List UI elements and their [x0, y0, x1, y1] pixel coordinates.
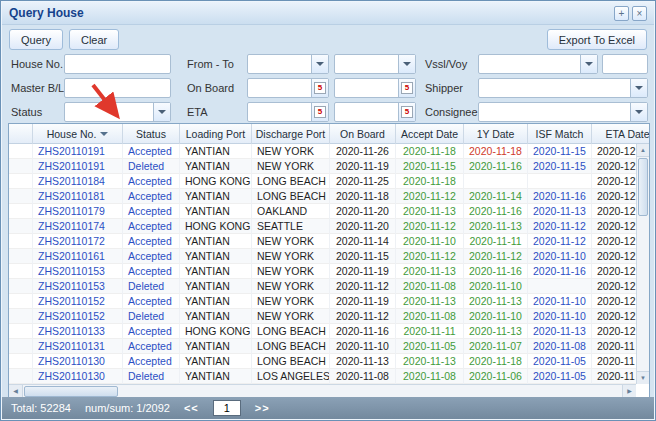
grid-row[interactable]: ZHS20110133AcceptedHONG KONGLONG BEACH20… — [9, 324, 650, 339]
eta-to-datefield[interactable]: 5 — [334, 102, 416, 122]
shipper-combo[interactable] — [478, 78, 648, 98]
cell-y1-date: 2020-11-13 — [464, 219, 528, 234]
grid-row[interactable]: ZHS20110152AcceptedYANTIANNEW YORK2020-1… — [9, 294, 650, 309]
column-header-rownum[interactable] — [9, 124, 33, 144]
cell-isf-match: 2020-11-08 — [528, 339, 592, 354]
sort-desc-icon — [100, 132, 108, 136]
prev-page-button[interactable]: << — [184, 402, 199, 414]
cell-on-board: 2020-11-10 — [330, 339, 396, 354]
cell-accept-date: 2020-11-15 — [396, 159, 464, 174]
window-titlebar[interactable]: Query House + × — [2, 2, 654, 25]
chevron-down-icon[interactable] — [580, 55, 597, 73]
calendar-icon[interactable]: 5 — [398, 79, 415, 97]
grid-row[interactable]: ZHS20110191DeletedYANTIANNEW YORK2020-11… — [9, 159, 650, 174]
next-page-button[interactable]: >> — [255, 402, 270, 414]
voyage-input[interactable] — [602, 54, 648, 74]
column-header-label: On Board — [340, 128, 385, 140]
cell-y1-date: 2020-11-16 — [464, 159, 528, 174]
cell-isf-match: 2020-11-05 — [528, 354, 592, 369]
vertical-scroll-thumb[interactable] — [638, 158, 648, 216]
cell-y1-date: 2020-11-07 — [464, 339, 528, 354]
horizontal-scrollbar[interactable]: ◀ ▶ — [9, 384, 636, 398]
status-label: Status — [11, 106, 42, 118]
eta-from-datefield[interactable]: 5 — [247, 102, 329, 122]
on-board-to-datefield[interactable]: 5 — [334, 78, 416, 98]
column-header-label: Loading Port — [186, 128, 246, 140]
column-header-y1-date[interactable]: 1Y Date — [464, 124, 528, 144]
grid-row[interactable]: ZHS20110152DeletedYANTIANNEW YORK2020-11… — [9, 309, 650, 324]
master-bl-input[interactable] — [64, 78, 171, 98]
house-no-input[interactable] — [64, 54, 171, 74]
grid-row[interactable]: ZHS20110184AcceptedHONG KONGLONG BEACH20… — [9, 174, 650, 189]
cell-accept-date: 2020-11-08 — [396, 309, 464, 324]
column-header-discharge-port[interactable]: Discharge Port — [252, 124, 330, 144]
grid-row[interactable]: ZHS20110191AcceptedYANTIANNEW YORK2020-1… — [9, 144, 650, 159]
to-combo[interactable] — [334, 54, 416, 74]
cell-house-no: ZHS20110184 — [33, 174, 123, 189]
status-combo[interactable] — [64, 102, 171, 122]
column-header-eta-date[interactable]: ETA Date — [592, 124, 650, 144]
grid-row[interactable]: ZHS20110181AcceptedYANTIANLONG BEACH2020… — [9, 189, 650, 204]
clear-button[interactable]: Clear — [69, 29, 119, 50]
cell-rownum — [9, 339, 33, 354]
from-combo[interactable] — [247, 54, 329, 74]
grid-row[interactable]: ZHS20110172AcceptedYANTIANNEW YORK2020-1… — [9, 234, 650, 249]
cell-status: Accepted — [123, 249, 180, 264]
column-header-house-no[interactable]: House No. — [33, 124, 123, 144]
grid-row[interactable]: ZHS20110153AcceptedYANTIANNEW YORK2020-1… — [9, 264, 650, 279]
cell-y1-date: 2020-11-18 — [464, 144, 528, 159]
chevron-down-icon[interactable] — [630, 103, 647, 121]
cell-accept-date: 2020-11-18 — [396, 174, 464, 189]
grid-row[interactable]: ZHS20110153DeletedYANTIANNEW YORK2020-11… — [9, 279, 650, 294]
consignee-combo[interactable] — [478, 102, 648, 122]
cell-on-board: 2020-11-19 — [330, 264, 396, 279]
cell-rownum — [9, 354, 33, 369]
scroll-down-icon[interactable]: ▼ — [637, 371, 649, 384]
cell-on-board: 2020-11-12 — [330, 309, 396, 324]
grid-row[interactable]: ZHS20110130DeletedYANTIANLOS ANGELES2020… — [9, 369, 650, 384]
chevron-down-icon[interactable] — [398, 55, 415, 73]
house-no-label: House No. — [11, 58, 63, 70]
cell-loading-port: YANTIAN — [180, 144, 252, 159]
calendar-icon[interactable]: 5 — [311, 79, 328, 97]
page-input[interactable] — [213, 400, 241, 416]
cell-on-board: 2020-11-15 — [330, 249, 396, 264]
scroll-up-icon[interactable]: ▲ — [637, 144, 649, 157]
calendar-icon[interactable]: 5 — [311, 103, 328, 121]
cell-loading-port: YANTIAN — [180, 369, 252, 384]
cell-y1-date: 2020-11-14 — [464, 189, 528, 204]
maximize-button[interactable]: + — [614, 6, 629, 21]
close-button[interactable]: × — [632, 6, 647, 21]
cell-house-no: ZHS20110161 — [33, 249, 123, 264]
cell-loading-port: YANTIAN — [180, 264, 252, 279]
horizontal-scroll-thumb[interactable] — [24, 386, 118, 397]
cell-discharge-port: LONG BEACH — [252, 324, 330, 339]
cell-house-no: ZHS20110131 — [33, 339, 123, 354]
vertical-scrollbar[interactable]: ▲ ▼ — [636, 144, 649, 384]
cell-on-board: 2020-11-13 — [330, 354, 396, 369]
grid-row[interactable]: ZHS20110161AcceptedYANTIANNEW YORK2020-1… — [9, 249, 650, 264]
vssl-voy-combo[interactable] — [478, 54, 598, 74]
calendar-icon[interactable]: 5 — [398, 103, 415, 121]
cell-status: Deleted — [123, 159, 180, 174]
cell-loading-port: YANTIAN — [180, 339, 252, 354]
column-header-accept-date[interactable]: Accept Date — [396, 124, 464, 144]
on-board-from-datefield[interactable]: 5 — [247, 78, 329, 98]
column-header-on-board[interactable]: On Board — [330, 124, 396, 144]
grid-row[interactable]: ZHS20110130AcceptedYANTIANLONG BEACH2020… — [9, 354, 650, 369]
chevron-down-icon[interactable] — [153, 103, 170, 121]
total-count: Total: 52284 — [11, 402, 71, 414]
column-header-loading-port[interactable]: Loading Port — [180, 124, 252, 144]
chevron-down-icon[interactable] — [311, 55, 328, 73]
vssl-voy-label: Vssl/Voy — [425, 58, 467, 70]
export-to-excel-button[interactable]: Export To Excel — [547, 29, 647, 50]
grid-row[interactable]: ZHS20110179AcceptedYANTIANOAKLAND2020-11… — [9, 204, 650, 219]
column-header-status[interactable]: Status — [123, 124, 180, 144]
grid-row[interactable]: ZHS20110174AcceptedHONG KONGSEATTLE2020-… — [9, 219, 650, 234]
grid-row[interactable]: ZHS20110131AcceptedYANTIANLONG BEACH2020… — [9, 339, 650, 354]
query-button[interactable]: Query — [9, 29, 63, 50]
column-header-isf-match[interactable]: ISF Match — [528, 124, 592, 144]
window-tools: + × — [614, 6, 647, 21]
chevron-down-icon[interactable] — [630, 79, 647, 97]
cell-discharge-port: NEW YORK — [252, 234, 330, 249]
